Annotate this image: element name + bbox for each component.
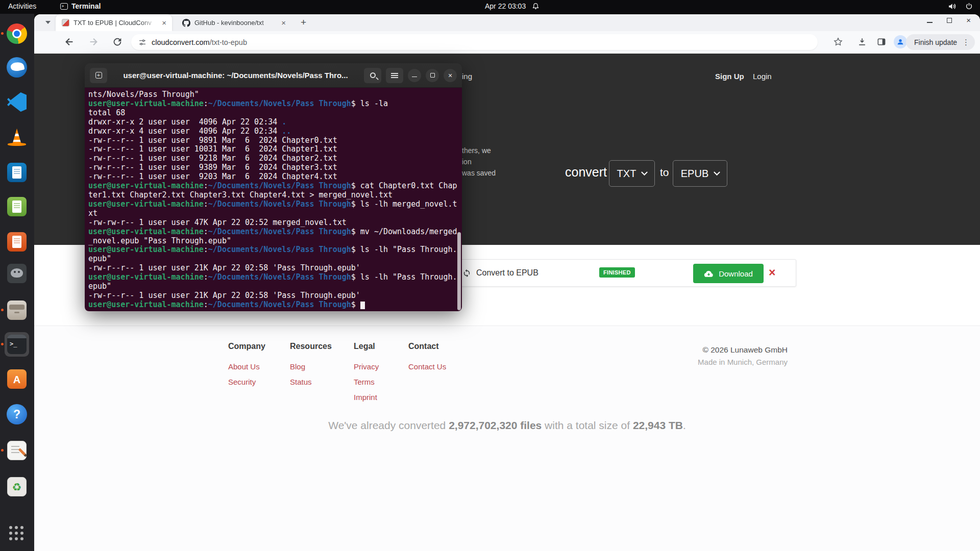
source-format-value: TXT xyxy=(617,168,636,180)
tab-title: GitHub - kevinboone/txt xyxy=(194,19,276,27)
hero-text-fragment: was saved xyxy=(462,169,496,177)
terminal-line: ter1.txt Chapter2.txt Chapter3.txt Chapt… xyxy=(88,191,462,200)
running-indicator xyxy=(1,32,4,35)
finish-update-button[interactable]: Finish update ⋮ xyxy=(906,34,975,50)
refresh-icon[interactable] xyxy=(462,269,471,278)
footer-link[interactable]: Status xyxy=(290,378,351,386)
terminal-header-bar[interactable]: + user@user-virtual-machine: ~/Documents… xyxy=(85,63,462,88)
dock-item-text-editor[interactable] xyxy=(5,438,29,463)
conversion-stats: We've already converted 2,972,702,320 fi… xyxy=(34,419,980,432)
help-icon: ? xyxy=(7,404,27,424)
footer-link[interactable]: Privacy xyxy=(354,362,415,371)
dock-item-terminal[interactable] xyxy=(5,332,29,357)
ubuntu-dock: A ? ♻ xyxy=(0,14,34,551)
stats-text: . xyxy=(683,419,686,431)
footer-link[interactable]: Blog xyxy=(290,362,351,371)
dock-item-vscode[interactable] xyxy=(5,90,29,114)
back-icon[interactable] xyxy=(64,36,75,47)
terminal-minimize-button[interactable] xyxy=(408,69,421,82)
tab-close-icon[interactable]: × xyxy=(280,19,287,27)
hero-text-fragment: thers, we xyxy=(462,146,491,155)
footer-column-title: Contact xyxy=(408,342,470,351)
focused-app-menu[interactable]: > Terminal xyxy=(60,2,101,10)
dock-item-libreoffice-impress[interactable] xyxy=(5,230,29,254)
tab-close-icon[interactable]: × xyxy=(160,19,168,27)
footer-link[interactable]: Terms xyxy=(354,378,415,386)
dock-item-app-grid[interactable] xyxy=(5,521,29,546)
new-tab-button[interactable]: + xyxy=(90,68,107,83)
side-panel-icon[interactable] xyxy=(876,36,887,47)
terminal-line: -rw-r--r-- 1 user user 9891 Mar 6 2024 C… xyxy=(88,136,462,145)
dock-item-files[interactable] xyxy=(5,298,29,322)
convert-to-label: to xyxy=(660,166,669,179)
terminal-app-icon: > xyxy=(60,3,68,10)
footer-link[interactable]: Security xyxy=(228,378,289,386)
target-format-select[interactable]: EPUB xyxy=(673,160,727,187)
source-format-select[interactable]: TXT xyxy=(609,160,655,187)
new-tab-button[interactable]: + xyxy=(301,17,306,28)
download-label: Download xyxy=(719,269,753,278)
tab-search-chevron-icon[interactable] xyxy=(45,21,51,24)
tab-cloudconvert[interactable]: TXT to EPUB | CloudConv × xyxy=(56,14,172,31)
address-bar[interactable]: cloudconvert.com/txt-to-epub xyxy=(131,34,818,50)
forward-icon[interactable] xyxy=(88,36,99,47)
remove-job-icon[interactable]: × xyxy=(769,266,775,279)
text-editor-icon xyxy=(7,441,27,460)
system-status-area[interactable] xyxy=(948,3,973,10)
dock-item-ubuntu-software[interactable]: A xyxy=(5,367,29,391)
maximize-button[interactable] xyxy=(947,18,952,23)
dock-item-libreoffice-writer[interactable] xyxy=(5,160,29,185)
signup-link[interactable]: Sign Up xyxy=(715,72,744,81)
footer-column-contact: Contact Contact Us xyxy=(408,342,470,378)
profile-avatar[interactable] xyxy=(894,35,907,48)
person-icon xyxy=(896,38,904,46)
dock-item-vlc[interactable] xyxy=(5,125,29,149)
dock-item-libreoffice-calc[interactable] xyxy=(5,194,29,219)
clock-menu[interactable]: Apr 22 03:03 xyxy=(485,2,540,10)
dock-item-google-chrome[interactable] xyxy=(5,21,29,46)
dock-item-gimp[interactable] xyxy=(5,261,29,286)
status-badge: FINISHED xyxy=(599,267,635,278)
minimize-icon xyxy=(412,77,417,78)
tab-title: TXT to EPUB | CloudConv xyxy=(74,19,156,27)
bookmark-star-icon[interactable] xyxy=(833,36,843,47)
activities-button[interactable]: Activities xyxy=(8,2,36,10)
terminal-maximize-button[interactable] xyxy=(426,69,439,82)
running-indicator xyxy=(1,449,4,452)
dock-item-thunderbird[interactable] xyxy=(5,55,29,80)
footer-column-title: Company xyxy=(228,342,289,351)
close-icon: × xyxy=(448,72,452,79)
dock-item-help[interactable]: ? xyxy=(5,402,29,427)
terminal-scrollbar[interactable] xyxy=(457,232,461,310)
terminal-line: -rw-r--r-- 1 user user 9389 Mar 6 2024 C… xyxy=(88,163,462,172)
login-link[interactable]: Login xyxy=(753,72,772,81)
trash-icon: ♻ xyxy=(7,477,27,496)
terminal-line: user@user-virtual-machine:~/Documents/No… xyxy=(88,99,462,109)
download-button[interactable]: Download xyxy=(693,264,764,283)
notification-bell-icon xyxy=(532,3,540,10)
gnome-top-bar: Activities > Terminal Apr 22 03:03 xyxy=(0,0,980,14)
terminal-line: user@user-virtual-machine:~/Documents/No… xyxy=(88,273,462,282)
reload-icon[interactable] xyxy=(112,36,123,47)
terminal-window: + user@user-virtual-machine: ~/Documents… xyxy=(85,63,462,311)
terminal-title: user@user-virtual-machine: ~/Documents/N… xyxy=(112,71,359,80)
browser-menu-icon[interactable]: ⋮ xyxy=(962,38,970,47)
finish-update-label: Finish update xyxy=(914,38,957,46)
libreoffice-writer-icon xyxy=(7,163,27,182)
dock-item-trash[interactable]: ♻ xyxy=(5,474,29,499)
nav-link-fragment[interactable]: ing xyxy=(462,72,472,81)
close-button[interactable]: × xyxy=(966,18,971,23)
menu-button[interactable] xyxy=(386,68,403,83)
terminal-line: -rw-r--r-- 1 user user 10031 Mar 6 2024 … xyxy=(88,145,462,154)
terminal-output[interactable]: nts/Novels/Pass Through"user@user-virtua… xyxy=(85,88,462,311)
minimize-button[interactable] xyxy=(927,22,933,23)
footer-link[interactable]: About Us xyxy=(228,362,289,371)
terminal-close-button[interactable]: × xyxy=(444,69,457,82)
footer-link[interactable]: Imprint xyxy=(354,393,415,402)
search-button[interactable] xyxy=(364,68,381,83)
google-chrome-icon xyxy=(7,23,27,44)
site-info-icon[interactable] xyxy=(138,38,146,46)
tab-github[interactable]: GitHub - kevinboone/txt × xyxy=(176,14,291,31)
footer-link[interactable]: Contact Us xyxy=(408,362,470,371)
downloads-icon[interactable] xyxy=(857,36,867,47)
